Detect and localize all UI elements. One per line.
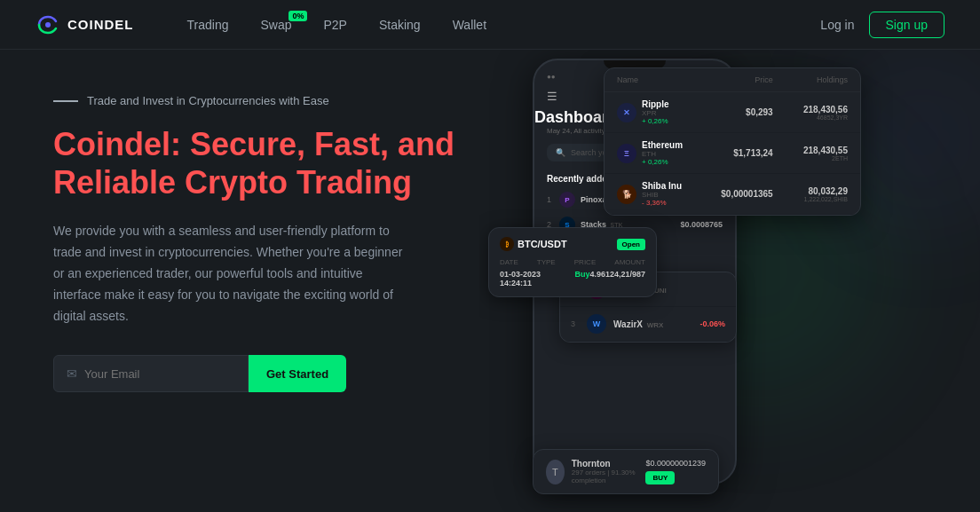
order-avatar: T xyxy=(546,460,565,484)
phone-search-icon: 🔍 xyxy=(556,148,565,157)
nav-trading[interactable]: Trading xyxy=(187,18,229,32)
trade-values: 01-03-2023 14:24:11 Buy 4.96 124,21/987 xyxy=(500,270,645,288)
logo-text: COINDEL xyxy=(67,17,134,32)
hero-tagline: Trade and Invest in Cryptocurrencies wit… xyxy=(53,94,479,107)
market-row-ethereum: Ξ Ethereum ETH + 0,26% $1,713,24 218,430… xyxy=(605,133,860,174)
wazirx-icon: W xyxy=(587,314,606,334)
main-content: Trade and Invest in Cryptocurrencies wit… xyxy=(0,50,980,512)
email-icon: ✉ xyxy=(67,366,77,381)
logo-icon xyxy=(36,15,60,35)
list-row-wazirx: 3 W WazirX WRX -0.06% xyxy=(560,307,736,342)
trade-card-header: ₿ BTC/USDT Open xyxy=(500,237,645,251)
hero-title-colored: Coindel: xyxy=(53,126,181,162)
login-button[interactable]: Log in xyxy=(820,18,854,32)
xrp-icon: ✕ xyxy=(617,103,636,122)
nav-actions: Log in Sign up xyxy=(820,12,944,38)
order-price: $0.00000001239 xyxy=(645,459,706,468)
trade-meta: DATE TYPE PRICE AMOUNT xyxy=(500,258,645,266)
market-table-header: Name Price Holdings xyxy=(605,68,860,92)
mockup-area: ●● 🔔 ☰ 🔔 Dashboard May 24, All activity … xyxy=(479,50,980,512)
order-card: T Thornton 297 orders | 91.30% completio… xyxy=(533,449,719,494)
nav-p2p[interactable]: P2P xyxy=(323,18,346,32)
nav-swap[interactable]: Swap 0% xyxy=(260,18,291,32)
market-card: Name Price Holdings ✕ Ripple XPR + 0,26%… xyxy=(604,67,861,216)
hero-description: We provide you with a seamless and user-… xyxy=(53,221,408,327)
trade-card: ₿ BTC/USDT Open DATE TYPE PRICE AMOUNT 0… xyxy=(488,227,657,297)
market-row-shiba: 🐕 Shiba Inu SHIB - 3,36% $0,00001365 80,… xyxy=(605,174,860,215)
tagline-text: Trade and Invest in Cryptocurrencies wit… xyxy=(87,94,329,107)
nav-wallet[interactable]: Wallet xyxy=(453,18,486,32)
wazirx-change: -0.06% xyxy=(699,319,725,328)
hero-title: Coindel: Secure, Fast, and Reliable Cryp… xyxy=(53,125,479,201)
tagline-line xyxy=(53,100,78,102)
email-input[interactable] xyxy=(84,367,226,381)
email-cta-row: ✉ Get Started xyxy=(53,355,479,392)
get-started-button[interactable]: Get Started xyxy=(249,355,346,392)
logo[interactable]: COINDEL xyxy=(36,15,134,35)
svg-point-0 xyxy=(45,22,51,28)
recently-added-label: Recently added xyxy=(547,174,612,184)
market-row-ripple: ✕ Ripple XPR + 0,26% $0,293 218,430,56 4… xyxy=(605,92,860,133)
swap-badge: 0% xyxy=(288,11,307,21)
order-name: Thornton xyxy=(572,459,646,469)
eth-icon: Ξ xyxy=(617,144,636,163)
hero-section: Trade and Invest in Cryptocurrencies wit… xyxy=(0,50,479,512)
pinox-icon: P xyxy=(559,192,575,208)
nav-staking[interactable]: Staking xyxy=(379,18,421,32)
order-sub: 297 orders | 91.30% completion xyxy=(572,469,646,484)
trade-pair: ₿ BTC/USDT xyxy=(500,237,567,251)
email-input-wrapper: ✉ xyxy=(53,355,249,392)
buy-button[interactable]: BUY xyxy=(645,471,675,484)
shib-icon: 🐕 xyxy=(617,185,636,204)
btc-icon: ₿ xyxy=(500,237,514,251)
navbar: COINDEL Trading Swap 0% P2P Staking Wall… xyxy=(0,0,980,50)
signup-button[interactable]: Sign up xyxy=(869,12,944,38)
trade-status: Open xyxy=(617,239,645,250)
nav-links: Trading Swap 0% P2P Staking Wallet xyxy=(187,18,821,32)
